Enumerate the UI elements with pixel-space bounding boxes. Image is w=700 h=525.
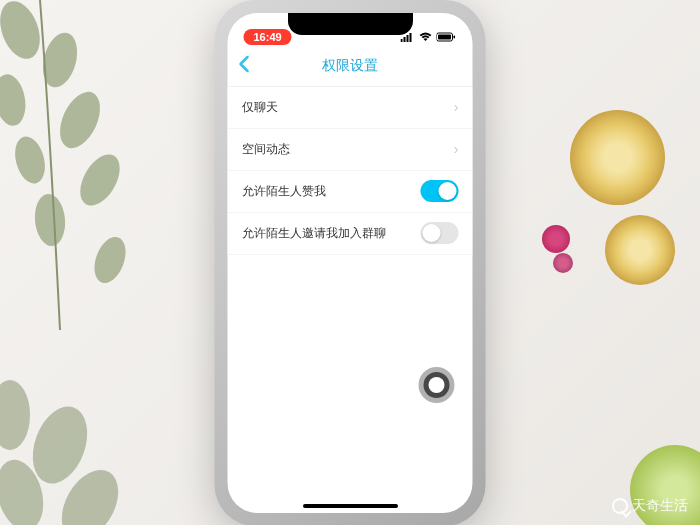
status-time-recording: 16:49 bbox=[244, 29, 292, 45]
svg-point-6 bbox=[33, 193, 67, 247]
phone-screen: 16:49 权限设置 仅聊天 › bbox=[228, 13, 473, 513]
svg-rect-13 bbox=[404, 37, 406, 42]
decorative-citrus-slice bbox=[605, 215, 675, 285]
row-label: 空间动态 bbox=[242, 141, 290, 158]
assistive-touch-button[interactable] bbox=[419, 367, 455, 403]
svg-rect-14 bbox=[407, 35, 409, 42]
page-title: 权限设置 bbox=[322, 57, 378, 75]
settings-row-space-updates[interactable]: 空间动态 › bbox=[228, 129, 473, 171]
wifi-icon bbox=[419, 31, 433, 45]
svg-point-7 bbox=[89, 233, 132, 288]
chevron-right-icon: › bbox=[454, 99, 459, 115]
svg-rect-17 bbox=[438, 34, 451, 39]
svg-point-5 bbox=[72, 148, 128, 212]
settings-list: 仅聊天 › 空间动态 › 允许陌生人赞我 允许陌生人邀请我加入群聊 bbox=[228, 87, 473, 255]
svg-rect-12 bbox=[401, 39, 403, 42]
watermark: 天奇生活 bbox=[612, 497, 688, 515]
row-label: 允许陌生人赞我 bbox=[242, 183, 326, 200]
settings-row-stranger-like: 允许陌生人赞我 bbox=[228, 171, 473, 213]
battery-icon bbox=[437, 31, 457, 45]
decorative-leaves-bottom bbox=[0, 355, 150, 525]
phone-frame: 16:49 权限设置 仅聊天 › bbox=[218, 3, 483, 523]
decorative-flower bbox=[553, 253, 573, 273]
home-indicator[interactable] bbox=[303, 504, 398, 508]
svg-rect-18 bbox=[454, 35, 456, 38]
watermark-text: 天奇生活 bbox=[632, 497, 688, 515]
row-label: 仅聊天 bbox=[242, 99, 278, 116]
status-indicators bbox=[401, 31, 457, 45]
toggle-stranger-group-invite[interactable] bbox=[421, 222, 459, 244]
toggle-stranger-like[interactable] bbox=[421, 180, 459, 202]
svg-point-8 bbox=[0, 380, 30, 450]
back-button[interactable] bbox=[238, 55, 250, 78]
settings-row-chat-only[interactable]: 仅聊天 › bbox=[228, 87, 473, 129]
svg-point-4 bbox=[10, 133, 49, 187]
svg-rect-15 bbox=[410, 33, 412, 42]
svg-point-3 bbox=[52, 86, 108, 155]
settings-row-stranger-group-invite: 允许陌生人邀请我加入群聊 bbox=[228, 213, 473, 255]
decorative-flower bbox=[542, 225, 570, 253]
watermark-search-icon bbox=[612, 498, 628, 514]
nav-header: 权限设置 bbox=[228, 47, 473, 87]
chevron-right-icon: › bbox=[454, 141, 459, 157]
decorative-leaves-top bbox=[0, 0, 160, 380]
decorative-citrus-slice bbox=[570, 110, 665, 205]
phone-notch bbox=[288, 13, 413, 35]
svg-point-2 bbox=[0, 72, 29, 128]
row-label: 允许陌生人邀请我加入群聊 bbox=[242, 225, 386, 242]
